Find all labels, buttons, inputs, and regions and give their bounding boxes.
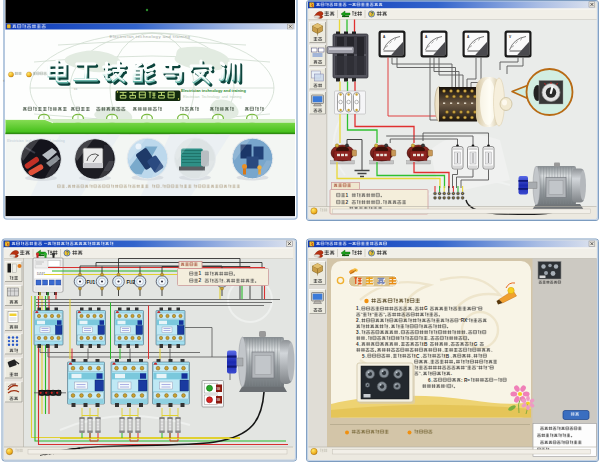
- svg-text:Electrician Technology and: Electrician Technology and training: [183, 95, 242, 99]
- svg-text:G: G: [474, 342, 478, 347]
- svg-text:Electrician technology and tra: Electrician technology and training: [110, 34, 191, 39]
- svg-text:?: ?: [370, 251, 373, 256]
- svg-text:FU1: FU1: [87, 280, 96, 285]
- svg-text:B: B: [446, 354, 450, 359]
- svg-text:SB: SB: [217, 387, 221, 391]
- svg-text:cc: cc: [74, 87, 78, 91]
- svg-text:.: .: [451, 371, 452, 376]
- svg-text:1: 1: [346, 193, 349, 198]
- svg-text:1: 1: [199, 271, 202, 276]
- svg-text:?: ?: [370, 12, 373, 17]
- svg-text:2: 2: [346, 200, 349, 205]
- svg-text:2: 2: [199, 278, 202, 283]
- svg-text:4: 4: [356, 342, 359, 347]
- svg-text:6: 6: [428, 378, 431, 383]
- svg-text:?: ?: [66, 251, 69, 256]
- svg-text:5: 5: [362, 354, 365, 359]
- svg-text:FU2: FU2: [127, 280, 136, 285]
- svg-text:: R=: : R=: [461, 378, 470, 383]
- svg-text:Electrician technology and tra: Electrician technology and training: [181, 88, 246, 93]
- svg-text:DZ47: DZ47: [37, 272, 45, 276]
- svg-text:G: G: [424, 306, 428, 311]
- svg-text:1: 1: [356, 306, 359, 311]
- svg-text:3: 3: [356, 330, 359, 335]
- svg-text:2: 2: [356, 318, 359, 323]
- svg-text:SB: SB: [217, 398, 221, 402]
